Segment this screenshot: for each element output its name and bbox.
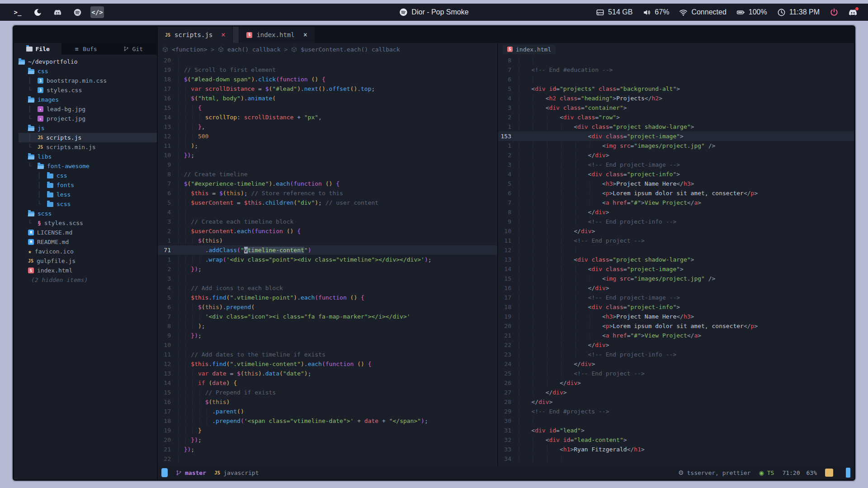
code-editor-index-html[interactable]: 8│ │7│ <!-- End #education -->6│ │5│ <di…	[498, 56, 854, 466]
code-line[interactable]: 11│ │ );	[158, 141, 497, 150]
code-line[interactable]: 3│ │ // Create each timeline block	[158, 217, 497, 226]
code-line[interactable]: 30│ │	[498, 416, 854, 426]
code-line[interactable]: 18│ $("#lead-down span").click(function …	[158, 75, 497, 84]
tree-item-gulpfile.js[interactable]: JSgulpfile.js	[19, 256, 157, 266]
breadcrumb-item[interactable]: each() callback	[218, 46, 280, 53]
code-line[interactable]: 19│ // Scroll to first element	[158, 65, 497, 75]
code-line[interactable]: 17│ │ │ │ │ .parent()	[158, 407, 497, 416]
sidebar-tab-bufs[interactable]: ≡Bufs	[61, 43, 109, 55]
sidebar-tab-git[interactable]: Git	[109, 43, 157, 55]
code-line[interactable]: 31│ <div id="lead">	[498, 426, 854, 435]
code-line[interactable]: 29│ <!-- End #projects -->	[498, 407, 854, 416]
code-line[interactable]: 15│ │ │ │ │ │ <img src="images/project.j…	[498, 274, 854, 283]
code-line[interactable]: 6│ │ │ │ │ │ <p>Lorem ipsum dolor sit am…	[498, 188, 854, 198]
code-line[interactable]: 21│ });	[158, 445, 497, 454]
tree-item-lead-bg.jpg[interactable]: │▴lead-bg.jpg	[19, 104, 157, 114]
tree-item-fonts[interactable]: │fonts	[19, 180, 157, 190]
code-line[interactable]: 22│ │ │ │ │ </div>	[498, 340, 854, 350]
code-line[interactable]: 4│ │ // Add icons to each block	[158, 283, 497, 293]
current-code-line[interactable]: 71│ │ │ │ .addClass("vtimeline-content")	[158, 245, 497, 255]
code-line[interactable]: 5│ <div id="projects" class="background-…	[498, 84, 854, 94]
code-line[interactable]: 32│ │ <div id="lead-content">	[498, 435, 854, 445]
code-line[interactable]: 12│ │ $this.find(".vtimeline-content").e…	[158, 359, 497, 369]
code-line[interactable]: 15│ │ │ │ // Prepend if exists	[158, 388, 497, 397]
code-line[interactable]: 20│ │ });	[158, 435, 497, 445]
code-line[interactable]: 6│ │ │ $(this).prepend(	[158, 302, 497, 312]
code-line[interactable]: 2│ │ │ │ │ </div>	[498, 150, 854, 160]
tree-item-scripts.min.js[interactable]: └JSscripts.min.js	[19, 142, 157, 152]
close-icon[interactable]: ×	[303, 31, 307, 39]
code-line[interactable]: 17│ │ var scrollDistance = $("#lead").ne…	[158, 84, 497, 94]
wifi-status[interactable]: Connected	[679, 8, 726, 17]
code-line[interactable]: 1│ │ │ $(this)	[158, 236, 497, 245]
buffer-tab-index-html[interactable]: 5index.html×	[239, 27, 314, 43]
spotify-icon[interactable]	[71, 6, 84, 18]
code-line[interactable]: 1│ │ │ │ .wrap('<div class="point"><div …	[158, 255, 497, 264]
code-line[interactable]: 4│ │ <h2 class="heading">Projects</h2>	[498, 94, 854, 103]
sidebar-tab-file[interactable]: File	[14, 43, 61, 55]
terminal-icon[interactable]: >_	[11, 6, 24, 18]
code-line[interactable]: 22│	[158, 454, 497, 464]
code-line[interactable]: 9│ │ });	[158, 331, 497, 340]
code-line[interactable]: 13│ │ │ │ <div class="project shadow-lar…	[498, 255, 854, 264]
tree-item-bootstrap.min.css[interactable]: │3bootstrap.min.css	[19, 76, 157, 85]
tree-item-less[interactable]: │less	[19, 190, 157, 199]
code-line[interactable]: 8│ │ │ );	[158, 321, 497, 331]
code-line[interactable]: 20│ │ │ │ │ │ <p>Lorem ipsum dolor sit a…	[498, 321, 854, 331]
buffer-tab-scripts-js[interactable]: JSscripts.js×	[158, 27, 232, 43]
tree-item-css[interactable]: css	[19, 66, 157, 76]
tree-item-css[interactable]: │css	[19, 171, 157, 180]
code-line[interactable]: 18│ │ │ │ │ <div class="project-info">	[498, 302, 854, 312]
code-line[interactable]: 24│ │ │ │ </div>	[498, 359, 854, 369]
battery-status[interactable]: 100%	[736, 8, 767, 17]
code-line[interactable]: 21│ │ │ │ │ │ <a href="#">View Project</…	[498, 331, 854, 340]
tree-item-index.html[interactable]: 5index.html	[19, 266, 157, 275]
code-line[interactable]: 26│ │ │ </div>	[498, 378, 854, 388]
tree-item-images[interactable]: images	[19, 95, 157, 104]
code-line[interactable]: 8│ │	[498, 56, 854, 65]
code-line[interactable]: 19│ │ │ }	[158, 426, 497, 435]
code-line[interactable]: 18│ │ │ │ │ .prepend('<span class="vtime…	[158, 416, 497, 426]
code-line[interactable]: 6│ │ $this = $(this); // Store reference…	[158, 188, 497, 198]
tree-item-styles.scss[interactable]: └§styles.scss	[19, 218, 157, 228]
code-line[interactable]: 14│ │ │ │ │ <div class="project-image">	[498, 264, 854, 274]
code-line[interactable]: 11│ │ │ │ <!-- End project -->	[498, 236, 854, 245]
code-line[interactable]: 9│	[158, 160, 497, 169]
breadcrumb-item[interactable]: <function>	[162, 46, 207, 53]
code-line[interactable]: 10│ │ │ │ </div>	[498, 226, 854, 236]
code-line[interactable]: 23│ │ │ │ │ <!-- End project-info -->	[498, 350, 854, 359]
code-line[interactable]: 8│ // Create timeline	[158, 169, 497, 179]
code-line[interactable]: 28│ </div>	[498, 397, 854, 407]
tree-item--devportfolio[interactable]: ~/devportfolio	[19, 57, 157, 66]
discord-icon[interactable]	[849, 8, 857, 17]
code-line[interactable]: 34│ │ │ │	[498, 454, 854, 464]
code-line[interactable]: 2│ │ });	[158, 264, 497, 274]
tree-item-scripts.js[interactable]: │JSscripts.js	[19, 133, 157, 142]
tree-item--2-hidden-items-[interactable]: (2 hidden items)	[19, 275, 157, 285]
tree-item-libs[interactable]: libs	[19, 152, 157, 161]
code-line[interactable]: 10│ │	[158, 340, 497, 350]
code-line[interactable]: 2│ │ $userContent.each(function () {	[158, 226, 497, 236]
code-line[interactable]: 12│ │ │ │ │	[498, 245, 854, 255]
moon-icon[interactable]	[31, 6, 44, 18]
tree-item-js[interactable]: js	[19, 123, 157, 133]
tree-item-scss[interactable]: scss	[19, 209, 157, 218]
tree-item-font-awesome[interactable]: └font-awesome	[19, 161, 157, 171]
code-line[interactable]: 7│ │ │ │ '<div class="icon"><i class="fa…	[158, 312, 497, 321]
volume-status[interactable]: 67%	[642, 8, 669, 17]
tree-item-scss[interactable]: └scss	[19, 199, 157, 209]
code-line[interactable]: 3│ │ │ │ │ <!-- End project-image -->	[498, 160, 854, 169]
code-line[interactable]: 5│ │ $userContent = $this.children("div"…	[158, 198, 497, 207]
code-line[interactable]: 7│ $("#experience-timeline").each(functi…	[158, 179, 497, 188]
clock-status[interactable]: 11:38 PM	[777, 8, 820, 17]
git-branch-status[interactable]: master	[176, 469, 206, 476]
code-line[interactable]: 2│ │ │ <div class="row">	[498, 113, 854, 122]
tree-item-favicon.ico[interactable]: ★favicon.ico	[19, 247, 157, 256]
code-line[interactable]: 13│ │ │ var date = $(this).data("date");	[158, 369, 497, 378]
code-icon[interactable]: </>	[90, 6, 104, 18]
code-line[interactable]: 17│ │ │ │ │ <!-- End project-image -->	[498, 293, 854, 302]
code-line[interactable]: 11│ │ // Add dates to the timeline if ex…	[158, 350, 497, 359]
code-line[interactable]: 19│ │ │ │ │ │ <h3>Project Name Here</h3>	[498, 312, 854, 321]
disk-status[interactable]: 514 GB	[596, 8, 632, 17]
code-line[interactable]: 8│ │ │ │ │ </div>	[498, 207, 854, 217]
